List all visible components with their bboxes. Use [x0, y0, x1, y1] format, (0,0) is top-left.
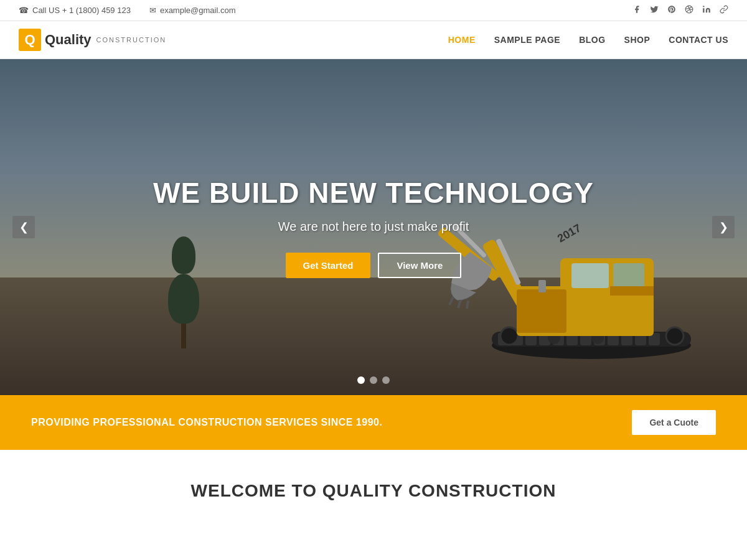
email-icon: ✉	[149, 6, 156, 15]
svg-rect-24	[610, 286, 654, 296]
svg-point-1	[703, 6, 704, 7]
welcome-section: WELCOME TO QUALITY CONSTRUCTION	[0, 450, 747, 520]
slider-dot-3[interactable]	[382, 376, 390, 384]
hero-title: WE BUILD NEW TECHNOLOGY	[153, 176, 594, 210]
pinterest-icon[interactable]	[667, 5, 676, 16]
view-more-button[interactable]: View More	[378, 253, 461, 278]
top-bar: ☎ Call US + 1 (1800) 459 123 ✉ example@g…	[0, 0, 747, 21]
main-nav: HOME SAMPLE PAGE BLOG SHOP CONTACT US	[448, 35, 728, 45]
logo-brand: Quality	[45, 32, 92, 48]
slider-dot-2[interactable]	[370, 376, 377, 384]
svg-rect-34	[538, 280, 546, 292]
get-started-button[interactable]: Get Started	[286, 253, 371, 278]
banner-text: PROVIDING PROFESSIONAL CONSTRUCTION SERV…	[31, 417, 382, 428]
slider-dots	[357, 376, 390, 384]
nav-sample-page[interactable]: SAMPLE PAGE	[494, 35, 560, 45]
svg-point-16	[500, 327, 518, 345]
chain-icon[interactable]	[720, 5, 728, 16]
dribbble-icon[interactable]	[685, 5, 693, 16]
email-info: ✉ example@gmail.com	[149, 6, 236, 15]
slider-prev-button[interactable]: ❮	[12, 216, 35, 238]
hero-buttons: Get Started View More	[153, 253, 594, 278]
svg-line-29	[449, 297, 453, 305]
social-icons-bar	[632, 5, 728, 16]
svg-rect-23	[613, 263, 644, 288]
hero-subtitle: We are not here to just make profit	[153, 220, 594, 234]
svg-line-30	[458, 300, 461, 308]
slider-dot-1[interactable]	[357, 376, 365, 384]
welcome-title: WELCOME TO QUALITY CONSTRUCTION	[19, 481, 728, 501]
svg-point-17	[666, 327, 684, 345]
tree-trunk	[181, 324, 186, 348]
get-quote-button[interactable]: Get a Cuote	[632, 410, 716, 435]
linkedin-icon[interactable]	[702, 5, 711, 16]
hero-section: 2017 WE BUILD NEW TECHNOLOGY We are not …	[0, 59, 747, 395]
svg-rect-33	[517, 289, 566, 333]
nav-home[interactable]: HOME	[448, 35, 476, 45]
phone-icon: ☎	[19, 6, 29, 15]
email-text: example@gmail.com	[160, 6, 236, 15]
svg-line-31	[467, 301, 468, 309]
tree-top	[168, 274, 199, 324]
hero-content: WE BUILD NEW TECHNOLOGY We are not here …	[153, 176, 594, 278]
logo-box: Q	[19, 29, 41, 51]
yellow-banner: PROVIDING PROFESSIONAL CONSTRUCTION SERV…	[0, 395, 747, 450]
logo-sub: CONSTRUCTION	[96, 36, 167, 44]
logo[interactable]: Q Quality CONSTRUCTION	[19, 29, 166, 51]
nav-blog[interactable]: BLOG	[579, 35, 605, 45]
facebook-icon[interactable]	[632, 5, 641, 16]
twitter-icon[interactable]	[650, 5, 659, 16]
phone-text: Call US + 1 (1800) 459 123	[32, 6, 131, 15]
header: Q Quality CONSTRUCTION HOME SAMPLE PAGE …	[0, 21, 747, 59]
slider-next-button[interactable]: ❯	[712, 216, 735, 238]
nav-contact[interactable]: CONTACT US	[669, 35, 728, 45]
phone-info: ☎ Call US + 1 (1800) 459 123	[19, 6, 131, 15]
nav-shop[interactable]: SHOP	[624, 35, 651, 45]
top-bar-left: ☎ Call US + 1 (1800) 459 123 ✉ example@g…	[19, 6, 235, 15]
